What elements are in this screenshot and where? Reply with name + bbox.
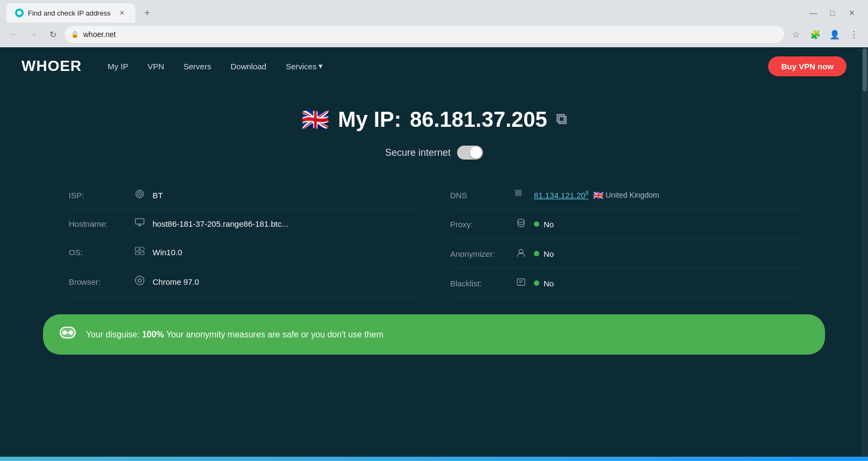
svg-rect-19 [517,279,525,285]
info-right-column: DNS 81.134.121.208 🇬🇧 United Kingdom Pro… [450,181,799,298]
blacklist-icon [515,277,527,289]
nav-download[interactable]: Download [230,62,266,71]
nav-vpn[interactable]: VPN [148,62,164,71]
maximize-button[interactable]: □ [827,8,838,18]
buy-vpn-button[interactable]: Buy VPN now [768,56,847,76]
disguise-suffix: Your anonymity measures are safe or you … [164,330,384,339]
os-value: Win10.0 [153,248,182,257]
close-button[interactable]: ✕ [847,8,857,18]
svg-rect-14 [519,190,521,192]
site-content: WHOER My IP VPN Servers Download Service… [0,47,868,461]
country-flag: 🇬🇧 [301,106,329,133]
info-grid: ISP: BT Hostname: host86-181-37-205.rang… [58,181,810,298]
nav-my-ip[interactable]: My IP [107,62,128,71]
proxy-icon [515,218,527,230]
minimize-button[interactable]: — [808,8,819,18]
dns-row: DNS 81.134.121.208 🇬🇧 United Kingdom [450,181,799,210]
isp-label: ISP: [69,191,133,200]
browser-row: Browser: Chrome 97.0 [69,266,418,297]
profile-button[interactable]: 👤 [827,27,842,42]
blacklist-label: Blacklist: [450,279,515,288]
blacklist-value: No [544,279,554,288]
main-content: 🇬🇧 My IP: 86.181.37.205 ⧉ Secure interne… [0,85,868,371]
info-left-column: ISP: BT Hostname: host86-181-37-205.rang… [69,181,418,298]
scrollbar-thumb[interactable] [863,48,867,91]
blacklist-status-dot [534,280,539,286]
refresh-button[interactable]: ↻ [45,27,60,42]
hostname-row: Hostname: host86-181-37-205.range86-181.… [69,210,418,238]
isp-icon [133,190,146,200]
nav-servers[interactable]: Servers [184,62,212,71]
proxy-label: Proxy: [450,220,515,229]
svg-rect-4 [135,219,144,224]
dns-value[interactable]: 81.134.121.208 [534,190,589,200]
disguise-text: Your disguise: 100% Your anonymity measu… [86,330,384,340]
svg-rect-8 [140,247,144,251]
svg-rect-13 [516,190,518,192]
dns-label: DNS [450,191,515,200]
tab-title: Find and check IP address [28,9,113,17]
svg-point-0 [17,11,21,15]
toggle-knob [470,147,482,159]
svg-rect-16 [519,193,521,196]
menu-button[interactable]: ⋮ [847,27,862,42]
bottom-bar [0,457,868,461]
tab-favicon [15,9,24,17]
secure-toggle-row: Secure internet [32,146,836,160]
svg-point-17 [518,219,524,222]
site-logo[interactable]: WHOER [21,57,82,75]
svg-point-11 [135,276,144,285]
url-text: whoer.net [83,30,116,39]
nav-links: My IP VPN Servers Download Services ▾ [107,61,768,71]
anonymizer-row: Anonymizer: No [450,239,799,269]
back-button[interactable]: ← [6,27,21,42]
isp-value: BT [153,191,163,200]
disguise-banner: Your disguise: 100% Your anonymity measu… [43,314,825,355]
anonymizer-label: Anonymizer: [450,249,515,258]
isp-row: ISP: BT [69,181,418,210]
os-row: OS: Win10.0 [69,238,418,266]
browser-label: Browser: [69,277,133,286]
os-icon [133,247,146,257]
copy-ip-button[interactable]: ⧉ [556,111,567,128]
svg-point-23 [62,330,67,335]
svg-rect-10 [140,252,144,255]
svg-rect-15 [516,193,518,196]
anonymizer-value: No [544,249,554,258]
bookmark-button[interactable]: ☆ [789,27,804,42]
new-tab-button[interactable]: + [140,5,155,20]
anonymizer-icon [515,248,527,260]
disguise-icon [58,323,77,346]
disguise-percentage: 100% [142,330,164,339]
extensions-button[interactable]: 🧩 [808,27,823,42]
blacklist-row: Blacklist: No [450,269,799,298]
browser-value: Chrome 97.0 [153,277,199,286]
proxy-value: No [544,220,554,229]
dns-flag: 🇬🇧 [593,190,604,200]
hostname-icon [133,218,146,229]
site-nav: WHOER My IP VPN Servers Download Service… [0,47,868,85]
secure-label: Secure internet [385,147,451,159]
scrollbar[interactable] [862,47,868,461]
hostname-label: Hostname: [69,219,133,228]
proxy-row: Proxy: No [450,210,799,239]
svg-rect-9 [135,252,139,255]
nav-services[interactable]: Services ▾ [286,61,323,71]
anonymizer-status-dot [534,251,539,256]
svg-point-12 [138,279,141,282]
lock-icon: 🔒 [71,31,79,38]
disguise-prefix: Your disguise: [86,330,142,339]
browser-tab[interactable]: Find and check IP address ✕ [6,3,135,23]
secure-toggle[interactable] [457,146,483,160]
forward-button[interactable]: → [26,27,41,42]
ip-address: 86.181.37.205 [410,107,547,132]
address-bar[interactable]: 🔒 whoer.net [64,26,784,43]
ip-label: My IP: [338,107,401,132]
tab-close-button[interactable]: ✕ [117,8,127,18]
ip-display: 🇬🇧 My IP: 86.181.37.205 ⧉ [32,106,836,133]
ip-header: 🇬🇧 My IP: 86.181.37.205 ⧉ Secure interne… [32,106,836,160]
proxy-status-dot [534,221,539,227]
os-label: OS: [69,248,133,257]
svg-point-3 [139,193,141,195]
browser-icon [133,275,146,288]
